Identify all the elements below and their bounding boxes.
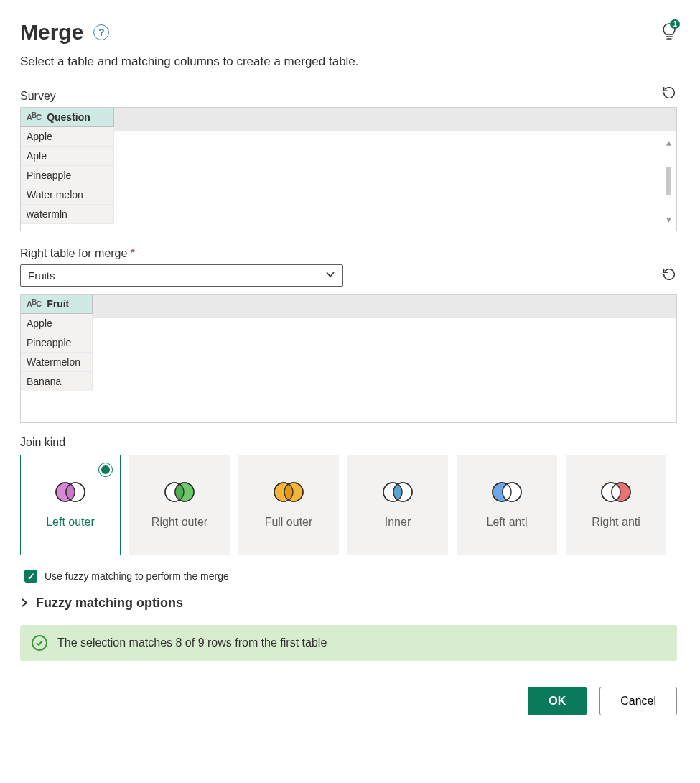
tips-button[interactable]: 1	[661, 22, 677, 43]
venn-diagram-icon	[598, 481, 634, 506]
join-kind-right-anti[interactable]: Right anti	[566, 455, 666, 555]
join-kind-label: Right outer	[151, 516, 207, 529]
right-table-dropdown[interactable]: Fruits	[20, 264, 343, 287]
column-header-label: Fruit	[47, 298, 69, 310]
refresh-right-icon[interactable]	[661, 267, 677, 284]
tips-badge: 1	[670, 19, 680, 29]
success-check-icon	[32, 635, 47, 651]
join-kind-label: Left anti	[487, 516, 528, 529]
join-kind-left-outer[interactable]: Left outer	[20, 455, 121, 555]
table-row[interactable]: Apple	[21, 127, 114, 147]
table-row[interactable]: watermln	[21, 205, 114, 224]
cancel-button[interactable]: Cancel	[599, 687, 677, 715]
table-row[interactable]: Banana	[21, 372, 93, 392]
radio-selected-icon	[98, 463, 113, 477]
right-table-preview[interactable]: ABC Fruit ApplePineappleWatermelonBanana	[20, 294, 677, 423]
join-kind-label: Left outer	[46, 516, 95, 529]
join-kind-inner[interactable]: Inner	[347, 455, 448, 555]
text-type-icon: ABC	[27, 113, 41, 121]
column-header-label: Question	[47, 111, 90, 123]
table-row[interactable]: Apple	[21, 314, 93, 333]
venn-diagram-icon	[271, 481, 307, 506]
join-kind-label: Full outer	[265, 516, 313, 529]
table-row[interactable]: Pineapple	[21, 333, 93, 353]
scroll-up-icon[interactable]: ▴	[666, 136, 671, 148]
left-table-name: Survey	[20, 90, 56, 103]
join-kind-label: Join kind	[20, 436, 677, 449]
page-subtitle: Select a table and matching columns to c…	[20, 55, 677, 69]
fuzzy-matching-label: Use fuzzy matching to perform the merge	[45, 570, 229, 582]
venn-diagram-icon	[489, 481, 525, 506]
join-kind-label: Inner	[385, 516, 411, 529]
fuzzy-options-expander[interactable]: Fuzzy matching options	[20, 596, 677, 611]
ok-button[interactable]: OK	[528, 687, 587, 715]
match-status-text: The selection matches 8 of 9 rows from t…	[57, 636, 327, 649]
table-row[interactable]: Water melon	[21, 185, 114, 205]
venn-diagram-icon	[162, 481, 197, 506]
scrollbar[interactable]: ▴ ▾	[663, 136, 673, 225]
join-kind-right-outer[interactable]: Right outer	[129, 455, 230, 555]
match-status-bar: The selection matches 8 of 9 rows from t…	[20, 625, 677, 661]
join-kind-left-anti[interactable]: Left anti	[457, 455, 557, 555]
table-row[interactable]: Aple	[21, 147, 114, 166]
text-type-icon: ABC	[27, 300, 41, 308]
venn-diagram-icon	[52, 481, 88, 506]
dropdown-value: Fruits	[28, 269, 55, 282]
refresh-left-icon[interactable]	[661, 85, 677, 103]
scroll-down-icon[interactable]: ▾	[666, 213, 671, 225]
right-table-label: Right table for merge *	[20, 247, 135, 260]
venn-diagram-icon	[380, 481, 416, 506]
column-header-question[interactable]: ABC Question	[21, 108, 114, 127]
table-row[interactable]: Pineapple	[21, 166, 114, 185]
chevron-right-icon	[20, 596, 29, 611]
page-title: Merge	[20, 20, 83, 45]
column-header-fruit[interactable]: ABC Fruit	[21, 295, 93, 314]
table-row[interactable]: Watermelon	[21, 353, 93, 372]
join-kind-full-outer[interactable]: Full outer	[238, 455, 339, 555]
join-kind-label: Right anti	[592, 516, 640, 529]
chevron-down-icon	[325, 269, 335, 282]
left-table-preview[interactable]: ABC Question AppleAplePineappleWater mel…	[20, 107, 677, 231]
fuzzy-matching-checkbox[interactable]: ✓	[24, 570, 37, 583]
scroll-thumb[interactable]	[666, 167, 671, 195]
help-icon[interactable]: ?	[93, 24, 109, 40]
fuzzy-options-label: Fuzzy matching options	[36, 596, 183, 611]
